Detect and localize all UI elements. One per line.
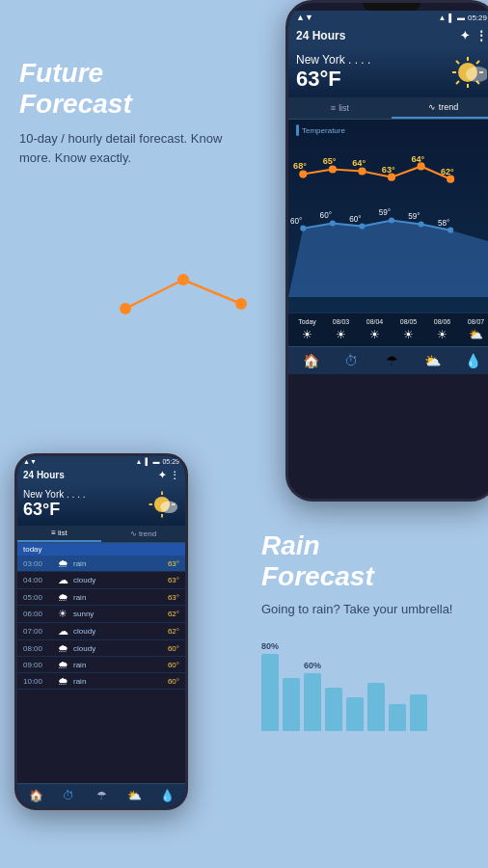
nav-24h-right[interactable]: ⏱	[331, 353, 371, 368]
app-header-icons-right: ✦ ⋮	[460, 29, 487, 42]
future-forecast-section: FutureForecast 10-day / hourly detail fo…	[19, 58, 231, 167]
bottom-nav-right[interactable]: 🏠 ⏱ ☂ ⛅ 💧	[288, 346, 488, 374]
battery-icon-left: ▬	[152, 458, 159, 465]
time-right: 05:29	[468, 14, 487, 22]
svg-text:64°: 64°	[352, 158, 366, 168]
rain-forecast-title: RainForecast	[261, 530, 474, 592]
svg-point-16	[299, 171, 307, 178]
bar-60	[304, 673, 321, 731]
svg-text:60°: 60°	[290, 217, 302, 226]
bar-55	[283, 678, 300, 731]
app-header-right: 24 Hours ✦ ⋮	[288, 24, 488, 47]
nav-cloud-left[interactable]: ⛅	[118, 789, 150, 802]
svg-text:59°: 59°	[379, 208, 391, 217]
weather-main-right: New York . . . . 63°F	[288, 47, 488, 97]
svg-text:63°: 63°	[382, 165, 395, 175]
weather-main-left: New York . . . . 63°F	[17, 483, 185, 526]
signal-icon: ▌	[448, 14, 454, 22]
hourly-row-0500: 05:00 🌧 rain 63°	[17, 589, 185, 606]
chart-area-right: Temperature 68° 65° 64° 63° 64° 62° 60° …	[288, 120, 488, 312]
svg-point-33	[419, 222, 424, 228]
svg-point-31	[359, 224, 365, 230]
bar-wrapper-6	[410, 692, 427, 731]
svg-point-19	[388, 174, 395, 181]
svg-line-7	[476, 61, 479, 64]
future-forecast-desc: 10-day / hourly detail forecast. Know mo…	[19, 129, 231, 167]
day-item-0803: 08/03 ☀	[324, 318, 358, 341]
menu-icon[interactable]: ⋮	[475, 29, 487, 42]
rain-forecast-section: RainForecast Going to rain? Take your um…	[261, 530, 474, 731]
day-item-0805: 08/05 ☀	[392, 318, 425, 341]
svg-point-35	[120, 303, 131, 314]
city-name-right: New York . . . .	[296, 53, 370, 67]
tab-bar-left[interactable]: ≡ list ∿ trend	[17, 526, 185, 543]
app-title-right: 24 Hours	[296, 29, 345, 42]
tab-list-left[interactable]: ≡ list	[17, 526, 101, 542]
bar-wrapper-4	[367, 680, 385, 731]
wifi-icon: ▲	[438, 14, 446, 22]
tab-list-right[interactable]: ≡ list	[288, 97, 392, 119]
day-icons-row: Today ☀ 08/03 ☀ 08/04 ☀ 08/05 ☀ 08/06 ☀ …	[288, 312, 488, 346]
nav-rain-right[interactable]: ☂	[371, 353, 412, 368]
status-bar-left: ▲▼ ▲ ▌ ▬ 05:29	[17, 456, 185, 467]
network-status-left: ▲▼	[23, 458, 37, 465]
temperature-chart: 68° 65° 64° 63° 64° 62° 60° 60° 60° 59° …	[288, 144, 488, 298]
status-icons-left: ▲ ▌ ▬ 05:29	[136, 458, 179, 465]
tab-bar-right[interactable]: ≡ list ∿ trend	[288, 97, 488, 120]
svg-line-8	[456, 81, 459, 84]
sparkle-icon[interactable]: ✦	[460, 29, 470, 42]
rain-bar-chart: 80% 60%	[261, 635, 474, 731]
nav-home-right[interactable]: 🏠	[290, 353, 331, 368]
svg-text:58°: 58°	[438, 219, 449, 228]
svg-text:65°: 65°	[323, 156, 337, 166]
nav-drop-left[interactable]: 💧	[150, 789, 183, 802]
bar-wrapper-3	[346, 694, 364, 731]
future-forecast-title: FutureForecast	[19, 58, 231, 120]
bar-wrapper-1	[283, 675, 300, 731]
bar-wrapper-2	[325, 685, 342, 731]
tab-trend-left[interactable]: ∿ trend	[101, 526, 185, 542]
menu-icon-left[interactable]: ⋮	[170, 470, 179, 480]
nav-drop-right[interactable]: 💧	[452, 353, 488, 368]
nav-home-left[interactable]: 🏠	[19, 789, 52, 802]
hourly-row-0400: 04:00 ☁ cloudy 63°	[17, 572, 185, 589]
hourly-row-0300: 03:00 🌧 rain 63°	[17, 556, 185, 572]
sparkle-icon-left[interactable]: ✦	[158, 470, 166, 480]
svg-point-21	[447, 176, 454, 183]
time-left: 05:29	[162, 458, 179, 465]
network-status: ▲▼	[296, 13, 313, 22]
app-header-icons-left: ✦ ⋮	[158, 470, 179, 480]
svg-point-36	[177, 274, 189, 285]
bottom-nav-left[interactable]: 🏠 ⏱ ☂ ⛅ 💧	[17, 783, 185, 807]
hourly-row-0700: 07:00 ☁ cloudy 62°	[17, 623, 185, 640]
svg-text:68°: 68°	[293, 162, 307, 172]
phone-notch	[363, 3, 420, 11]
bar-50	[367, 683, 385, 731]
svg-point-18	[358, 167, 366, 175]
nav-rain-left[interactable]: ☂	[85, 789, 118, 802]
tab-trend-right[interactable]: ∿ trend	[392, 97, 488, 119]
chart-label: Temperature	[296, 124, 345, 136]
bar-28	[389, 704, 406, 731]
svg-point-37	[235, 298, 247, 310]
hourly-row-0800: 08:00 🌧 cloudy 60°	[17, 640, 185, 657]
hourly-row-1000: 10:00 🌧 rain 60°	[17, 673, 185, 690]
svg-point-17	[329, 165, 337, 173]
svg-point-20	[417, 162, 424, 170]
bar-wrapper-5	[389, 701, 406, 731]
weather-icon-right	[448, 53, 487, 92]
svg-point-32	[389, 217, 394, 223]
weather-icon-left	[145, 487, 179, 522]
bar-35	[346, 697, 364, 731]
nav-cloud-right[interactable]: ⛅	[412, 353, 452, 368]
battery-icon: ▬	[457, 14, 465, 22]
svg-text:60°: 60°	[349, 215, 361, 224]
bar-wrapper-80: 80%	[261, 641, 279, 731]
hourly-row-0900: 09:00 🌧 rain 60°	[17, 657, 185, 673]
signal-icon-left: ▌	[146, 458, 150, 465]
city-name-left: New York . . . .	[23, 489, 85, 500]
status-bar-right: ▲▼ ▲ ▌ ▬ 05:29	[288, 11, 488, 24]
app-title-left: 24 Hours	[23, 470, 65, 480]
hourly-row-0600: 06:00 ☀ sunny 62°	[17, 606, 185, 623]
nav-24h-left[interactable]: ⏱	[52, 789, 85, 802]
